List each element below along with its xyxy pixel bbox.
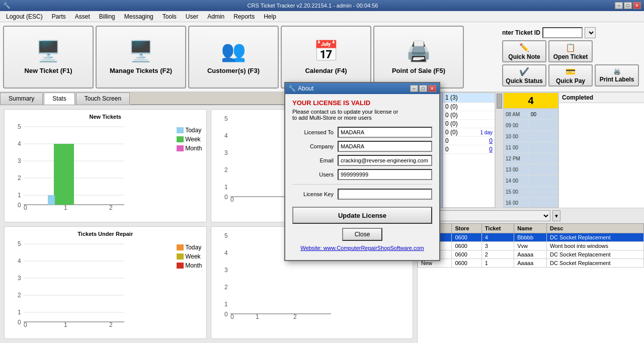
company-label: Company [292,143,338,149]
email-input[interactable] [338,155,432,166]
dialog-title-icon: 🔧 [288,85,296,92]
users-input[interactable] [338,169,432,180]
spacer [292,203,432,207]
users-row: Users [292,169,432,180]
email-row: Email [292,155,432,166]
license-msg: Please contact us to update your license… [292,109,432,121]
email-label: Email [292,157,338,163]
company-input[interactable] [338,141,432,152]
about-dialog: 🔧 About − □ ✕ YOUR LICENSE IS VALID Plea… [284,82,440,261]
dialog-overlay: 🔧 About − □ ✕ YOUR LICENSE IS VALID Plea… [0,0,644,343]
update-license-btn[interactable]: Update License [292,207,432,224]
dialog-content: YOUR LICENSE IS VALID Please contact us … [285,94,439,260]
dialog-controls: − □ ✕ [410,85,436,92]
users-label: Users [292,172,338,178]
dialog-minimize-btn[interactable]: − [410,85,418,92]
close-dialog-button[interactable]: Close [342,228,382,241]
website-link[interactable]: Website: www.ComputerRepairShopSoftware.… [292,245,432,251]
licensed-to-label: Licensed To [292,129,338,135]
dialog-titlebar: 🔧 About − □ ✕ [285,83,439,94]
license-key-label: License Key [292,191,338,197]
licensed-to-row: Licensed To [292,127,432,138]
company-row: Company [292,141,432,152]
license-key-input[interactable] [338,189,432,200]
dialog-title: About [298,85,313,92]
license-key-row: License Key [292,189,432,200]
dialog-maximize-btn[interactable]: □ [419,85,427,92]
separator [292,184,432,185]
license-valid-text: YOUR LICENSE IS VALID [292,99,432,107]
licensed-to-input[interactable] [338,127,432,138]
dialog-close-btn[interactable]: ✕ [428,85,436,92]
